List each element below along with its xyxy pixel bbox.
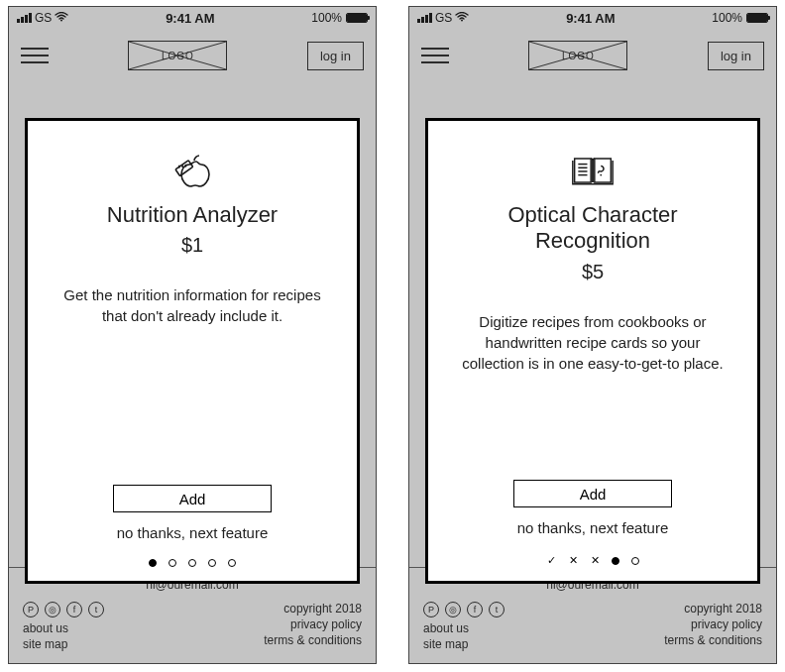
pager-dot[interactable] — [168, 559, 176, 567]
carrier-label: GS — [435, 11, 452, 25]
status-time: 9:41 AM — [566, 11, 615, 26]
social-icons: P ◎ f t — [423, 602, 505, 617]
logo-placeholder[interactable]: LOGO — [528, 41, 627, 70]
signal-icon — [417, 13, 432, 23]
modal-backdrop: Optical Character Recognition $5 Digitiz… — [409, 82, 776, 567]
footer-terms-link[interactable]: terms & conditions — [264, 633, 362, 647]
wifi-icon — [455, 11, 469, 25]
feature-description: Digitize recipes from cookbooks or handw… — [454, 311, 731, 374]
logo-placeholder[interactable]: LOGO — [128, 41, 227, 70]
skip-link[interactable]: no thanks, next feature — [117, 524, 269, 541]
footer-privacy-link[interactable]: privacy policy — [264, 617, 362, 631]
login-button[interactable]: log in — [307, 42, 364, 70]
pager-marks[interactable]: ✓ ✕ ✕ — [546, 554, 639, 567]
feature-price: $5 — [582, 261, 604, 283]
footer-sitemap-link[interactable]: site map — [423, 637, 505, 651]
modal-backdrop: Nutrition Analyzer $1 Get the nutrition … — [9, 82, 376, 567]
pager-dot[interactable] — [631, 557, 639, 565]
social-icons: P ◎ f t — [23, 602, 104, 617]
login-button[interactable]: log in — [708, 42, 764, 70]
status-left: GS — [417, 11, 469, 25]
pager-dots[interactable] — [149, 559, 236, 567]
signal-icon — [17, 13, 32, 23]
battery-pct: 100% — [311, 11, 342, 25]
menu-icon[interactable] — [21, 48, 49, 63]
add-button[interactable]: Add — [113, 485, 272, 512]
status-right: 100% — [712, 11, 768, 25]
pinterest-icon[interactable]: P — [23, 602, 39, 617]
top-nav: LOGO log in — [9, 29, 376, 82]
feature-modal: Optical Character Recognition $5 Digitiz… — [425, 118, 760, 584]
instagram-icon[interactable]: ◎ — [45, 602, 60, 617]
menu-icon[interactable] — [421, 48, 449, 63]
carrier-label: GS — [35, 11, 52, 25]
phone-body: Optical Character Recognition $5 Digitiz… — [409, 82, 776, 567]
pager-dot[interactable] — [228, 559, 236, 567]
pager-dot[interactable] — [188, 559, 196, 567]
feature-title: Optical Character Recognition — [454, 202, 731, 255]
status-bar: GS 9:41 AM 100% — [9, 7, 376, 29]
pager-dot[interactable] — [612, 557, 619, 565]
svg-point-0 — [60, 20, 62, 22]
battery-icon — [346, 13, 368, 23]
footer-copyright: copyright 2018 — [664, 602, 762, 616]
status-left: GS — [17, 11, 68, 25]
footer-sitemap-link[interactable]: site map — [23, 637, 104, 651]
open-book-icon — [571, 149, 615, 192]
footer-about-link[interactable]: about us — [23, 621, 104, 635]
add-button[interactable]: Add — [513, 480, 672, 507]
svg-point-7 — [461, 20, 463, 22]
feature-description: Get the nutrition information for recipe… — [54, 284, 331, 326]
pager-cross-icon[interactable]: ✕ — [590, 554, 600, 567]
status-bar: GS 9:41 AM 100% — [409, 7, 776, 29]
footer-terms-link[interactable]: terms & conditions — [664, 633, 762, 647]
feature-price: $1 — [181, 234, 203, 257]
phone-body: Nutrition Analyzer $1 Get the nutrition … — [9, 82, 376, 567]
svg-rect-3 — [175, 161, 193, 176]
pager-dot[interactable] — [208, 559, 216, 567]
top-nav: LOGO log in — [409, 29, 776, 82]
battery-pct: 100% — [712, 11, 742, 25]
phone-frame-left: GS 9:41 AM 100% LOGO log in — [8, 6, 377, 664]
twitter-icon[interactable]: t — [489, 602, 505, 617]
status-right: 100% — [311, 11, 368, 25]
instagram-icon[interactable]: ◎ — [445, 602, 461, 617]
footer-copyright: copyright 2018 — [264, 602, 362, 616]
twitter-icon[interactable]: t — [88, 602, 104, 617]
phone-frame-right: GS 9:41 AM 100% LOGO log in — [408, 6, 777, 664]
status-time: 9:41 AM — [166, 11, 214, 26]
facebook-icon[interactable]: f — [467, 602, 483, 617]
pager-check-icon[interactable]: ✓ — [546, 554, 556, 567]
skip-link[interactable]: no thanks, next feature — [517, 519, 669, 536]
pinterest-icon[interactable]: P — [423, 602, 439, 617]
battery-icon — [746, 13, 768, 23]
svg-point-14 — [600, 174, 602, 176]
apple-ruler-icon — [170, 149, 214, 192]
facebook-icon[interactable]: f — [66, 602, 82, 617]
wifi-icon — [55, 11, 68, 25]
pager-cross-icon[interactable]: ✕ — [568, 554, 578, 567]
feature-modal: Nutrition Analyzer $1 Get the nutrition … — [25, 118, 360, 584]
footer-about-link[interactable]: about us — [423, 621, 505, 635]
pager-dot[interactable] — [149, 559, 157, 567]
footer-privacy-link[interactable]: privacy policy — [664, 617, 762, 631]
feature-title: Nutrition Analyzer — [107, 202, 278, 228]
